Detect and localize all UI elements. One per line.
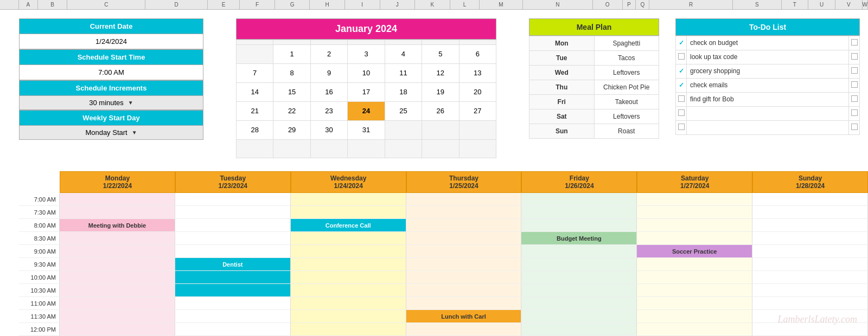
cal-cell-14: 14	[237, 83, 273, 102]
cell-930-mon	[60, 258, 175, 271]
col-C: C	[67, 0, 145, 9]
col-R: R	[649, 0, 733, 9]
cal-cell-13: 13	[459, 64, 496, 83]
meal-day-fri: Fri	[529, 95, 595, 109]
cal-cell-3: 3	[348, 45, 385, 64]
day-name-tue: Tuesday	[176, 175, 290, 182]
schedule-row-830: 8:30 AM Budget Meeting	[19, 232, 868, 245]
cell-930-sat	[637, 258, 752, 271]
day-header-sun: Sunday 1/28/2024	[752, 171, 868, 193]
cal-cell-11: 11	[385, 64, 422, 83]
cal-cell-5: 5	[422, 45, 459, 64]
schedule-row-1030: 10:30 AM	[19, 284, 868, 297]
todo-done-3[interactable]	[849, 64, 860, 79]
increments-dropdown[interactable]: 30 minutes ▼	[19, 96, 203, 110]
time-800: 8:00 AM	[19, 219, 60, 232]
cal-cell-12: 12	[422, 64, 459, 83]
meal-grid: Mon Spaghetti Tue Tacos Wed Leftovers Th…	[529, 36, 659, 139]
cell-1000-mon	[60, 271, 175, 284]
todo-text-7	[687, 121, 849, 135]
cell-1130-sat	[637, 310, 752, 323]
col-N: N	[523, 0, 593, 9]
cell-700-tue	[175, 193, 291, 206]
done-checkbox3-icon	[851, 67, 858, 74]
cell-800-mon: Meeting with Debbie	[60, 219, 175, 232]
schedule-row-700: 7:00 AM	[19, 193, 868, 206]
cell-1000-thu	[406, 271, 522, 284]
schedule-header-row: Monday 1/22/2024 Tuesday 1/23/2024 Wedne…	[19, 171, 868, 193]
cal-cell-18: 18	[385, 83, 422, 102]
col-E: E	[208, 0, 240, 9]
left-panel: Current Date 1/24/2024 Schedule Start Ti…	[19, 14, 203, 167]
col-G: G	[275, 0, 310, 9]
cell-1200-thu	[406, 323, 522, 336]
schedule-body: 7:00 AM 7:30 AM	[19, 193, 868, 336]
cal-cell-e4	[237, 140, 273, 158]
time-930: 9:30 AM	[19, 258, 60, 271]
day-header-sat: Saturday 1/27/2024	[637, 171, 752, 193]
cell-1130-fri	[521, 310, 637, 323]
col-headers: A B C D E F G H I J K L M N O P Q R S T …	[0, 0, 868, 10]
schedule-row-800: 8:00 AM Meeting with Debbie Conference C…	[19, 219, 868, 232]
col-T: T	[782, 0, 809, 9]
cell-800-tue	[175, 219, 291, 232]
todo-check-6[interactable]	[676, 107, 687, 121]
cal-dow-thu	[385, 40, 422, 45]
cell-1000-sat	[637, 271, 752, 284]
todo-done-1[interactable]	[849, 36, 860, 50]
calendar-grid: 1 2 3 4 5 6 7 8 9 10 11 12 13 14 15	[236, 40, 496, 158]
schedule-row-1000: 10:00 AM	[19, 271, 868, 284]
cal-cell-27: 27	[459, 102, 496, 121]
todo-done-4[interactable]	[849, 79, 860, 93]
checkmark-icon: ✓	[679, 39, 684, 47]
time-830: 8:30 AM	[19, 232, 60, 245]
todo-check-5[interactable]	[676, 93, 687, 107]
day-date-wed: 1/24/2024	[291, 182, 406, 190]
cal-cell-25: 25	[385, 102, 422, 121]
todo-done-5[interactable]	[849, 93, 860, 107]
cell-1100-mon	[60, 297, 175, 310]
cal-cell-31: 31	[348, 121, 385, 140]
day-name-sun: Sunday	[753, 175, 867, 182]
todo-title: To-Do List	[675, 18, 860, 36]
meal-plan-panel: Meal Plan Mon Spaghetti Tue Tacos Wed Le…	[529, 14, 659, 167]
cell-1100-sun	[752, 297, 868, 310]
cell-830-thu	[406, 232, 522, 245]
todo-check-7[interactable]	[676, 121, 687, 135]
cell-930-thu	[406, 258, 522, 271]
cal-cell-e9	[422, 140, 459, 158]
cell-800-sat	[637, 219, 752, 232]
todo-check-2[interactable]	[676, 50, 687, 64]
cell-1200-sat	[637, 323, 752, 336]
checkbox6-icon	[678, 109, 685, 116]
todo-check-1[interactable]: ✓	[676, 36, 687, 50]
todo-check-4[interactable]: ✓	[676, 79, 687, 93]
checkbox-icon	[678, 53, 685, 60]
meal-food-wed: Leftovers	[595, 66, 660, 80]
day-header-wed: Wednesday 1/24/2024	[291, 171, 406, 193]
todo-done-2[interactable]	[849, 50, 860, 64]
todo-panel: To-Do List ✓ check on budget look up tax…	[675, 14, 860, 167]
todo-check-3[interactable]: ✓	[676, 64, 687, 79]
weekly-start-dropdown[interactable]: Monday Start ▼	[19, 126, 203, 140]
schedule-row-1200: 12:00 PM	[19, 323, 868, 336]
col-O: O	[593, 0, 623, 9]
cell-730-mon	[60, 206, 175, 219]
time-1000: 10:00 AM	[19, 271, 60, 284]
cell-1030-sat	[637, 284, 752, 297]
day-name-thu: Thursday	[407, 175, 521, 182]
todo-done-6[interactable]	[849, 107, 860, 121]
cal-cell-21: 21	[237, 102, 273, 121]
cell-800-fri	[521, 219, 637, 232]
day-date-mon: 1/22/2024	[60, 182, 175, 190]
cal-cell-10: 10	[348, 64, 385, 83]
calendar-title: January 2024	[236, 18, 496, 40]
cell-1000-tue	[175, 271, 291, 284]
todo-done-7[interactable]	[849, 121, 860, 135]
cell-830-tue	[175, 232, 291, 245]
weekly-start-label: Weekly Start Day	[19, 110, 203, 126]
schedule-section: Monday 1/22/2024 Tuesday 1/23/2024 Wedne…	[0, 169, 868, 336]
cell-730-wed	[291, 206, 406, 219]
cell-700-thu	[406, 193, 522, 206]
cell-1100-tue	[175, 297, 291, 310]
